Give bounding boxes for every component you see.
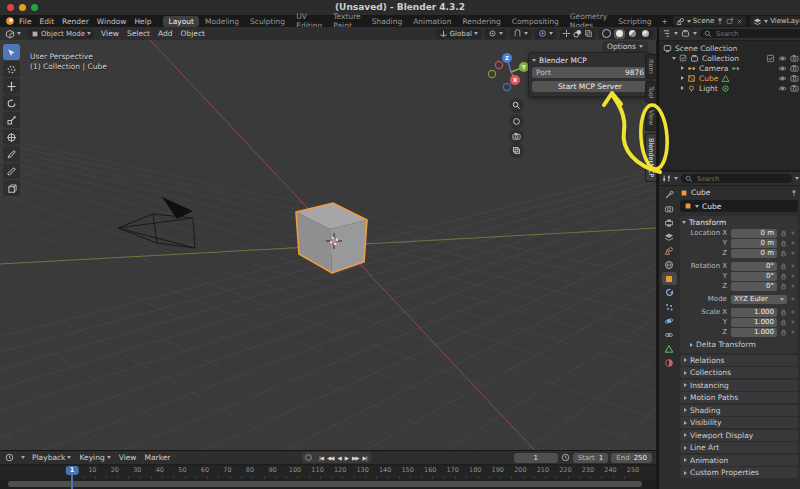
workspace-tab-shading[interactable]: Shading xyxy=(367,16,407,27)
hide-toggle-icon[interactable] xyxy=(778,54,787,63)
value-field[interactable]: 1.000 xyxy=(731,328,777,337)
properties-tab-world[interactable] xyxy=(662,258,677,271)
animate-dot-icon[interactable] xyxy=(790,319,796,325)
nav-toggle-perspective-button[interactable] xyxy=(509,143,524,158)
properties-tab-scene[interactable] xyxy=(662,244,677,257)
snap-toggle[interactable] xyxy=(510,29,531,39)
outliner-display-mode-icon[interactable] xyxy=(681,29,690,38)
outliner-editor-icon[interactable] xyxy=(662,29,671,38)
sidebar-tab-view[interactable]: View xyxy=(645,105,656,130)
hide-toggle-icon[interactable] xyxy=(778,64,787,73)
value-field[interactable]: 0° xyxy=(731,262,777,271)
properties-tab-material[interactable] xyxy=(662,356,677,369)
properties-search[interactable] xyxy=(681,174,792,183)
outliner-row-collection[interactable]: Collection xyxy=(659,53,800,63)
shading-rendered-icon[interactable] xyxy=(640,29,651,39)
properties-tab-modifiers[interactable] xyxy=(662,286,677,299)
blender-logo-icon[interactable] xyxy=(5,16,15,26)
lock-icon[interactable] xyxy=(780,273,787,280)
tool-add-cube-button[interactable] xyxy=(3,180,20,196)
viewport-menu-select[interactable]: Select xyxy=(127,29,150,38)
value-field[interactable]: 0 m xyxy=(731,239,777,248)
viewport-menu-add[interactable]: Add xyxy=(158,29,173,38)
collection-checkbox-icon[interactable] xyxy=(679,54,687,62)
hide-toggle-icon[interactable] xyxy=(778,74,787,83)
outliner-search-input[interactable] xyxy=(714,29,799,39)
lock-icon[interactable] xyxy=(780,263,787,270)
panel-relations[interactable]: Relations xyxy=(680,355,798,366)
outliner-search[interactable] xyxy=(700,29,800,38)
tool-scale-button[interactable] xyxy=(3,112,20,128)
viewport-3d[interactable]: Z Y X User Perspective (1) Collection | … xyxy=(0,40,656,450)
animate-dot-icon[interactable] xyxy=(790,296,796,302)
tool-rotate-button[interactable] xyxy=(3,95,20,111)
play-reverse-button[interactable]: ◀ xyxy=(336,455,343,461)
workspace-tab-layout[interactable]: Layout xyxy=(163,16,199,27)
lock-icon[interactable] xyxy=(780,329,787,336)
value-field[interactable]: 0° xyxy=(731,282,777,291)
previous-keyframe-button[interactable]: ◀◀ xyxy=(325,455,335,461)
frame-start-field[interactable]: Start 1 xyxy=(573,453,609,463)
properties-tab-particles[interactable] xyxy=(662,300,677,313)
show-overlays-icon[interactable] xyxy=(573,29,582,38)
preview-range-clock-icon[interactable] xyxy=(561,453,570,462)
properties-tab-physics[interactable] xyxy=(662,314,677,327)
exclude-toggle-icon[interactable] xyxy=(766,54,775,63)
hide-toggle-icon[interactable] xyxy=(778,84,787,93)
workspace-tab-scripting[interactable]: Scripting xyxy=(613,16,656,27)
collapse-icon[interactable] xyxy=(681,86,684,90)
panel-line-art[interactable]: Line Art xyxy=(680,442,798,453)
mcp-panel-header[interactable]: Blender MCP xyxy=(532,55,648,65)
chevron-down-icon[interactable] xyxy=(795,177,799,180)
render-toggle-icon[interactable] xyxy=(790,54,799,63)
panel-visibility[interactable]: Visibility xyxy=(680,417,798,428)
value-field[interactable]: 1.000 xyxy=(731,318,777,327)
mcp-port-field[interactable]: Port 9876 xyxy=(532,67,648,78)
value-field[interactable]: 1.000 xyxy=(731,308,777,317)
value-field[interactable]: 0 m xyxy=(731,229,777,238)
properties-tab-view-layer[interactable] xyxy=(662,230,677,243)
jump-to-start-button[interactable]: |◀ xyxy=(317,455,325,461)
outliner-row-scene-collection[interactable]: Scene Collection xyxy=(659,43,800,53)
viewlayer-selector[interactable]: ViewLayer xyxy=(750,16,800,26)
outliner-row-light[interactable]: Light xyxy=(659,83,800,93)
shading-solid-icon[interactable] xyxy=(614,29,625,39)
lock-icon[interactable] xyxy=(780,240,787,247)
menu-render[interactable]: Render xyxy=(58,17,93,26)
animate-dot-icon[interactable] xyxy=(790,250,796,256)
transform-panel-header[interactable]: Transform xyxy=(682,217,796,228)
value-field[interactable]: 0° xyxy=(731,272,777,281)
horizontal-scrollbar[interactable] xyxy=(8,481,642,487)
timeline-menu-marker[interactable]: Marker xyxy=(144,453,170,462)
animate-dot-icon[interactable] xyxy=(790,273,796,279)
lock-icon[interactable] xyxy=(780,250,787,257)
shading-wireframe-icon[interactable] xyxy=(601,29,612,39)
panel-custom-properties[interactable]: Custom Properties xyxy=(680,467,798,478)
tool-annotate-button[interactable] xyxy=(3,146,20,162)
sidebar-tab-item[interactable]: Item xyxy=(645,54,656,79)
show-gizmo-icon[interactable] xyxy=(562,29,571,38)
render-toggle-icon[interactable] xyxy=(790,84,799,93)
animate-dot-icon[interactable] xyxy=(790,240,796,246)
viewport-menu-view[interactable]: View xyxy=(101,29,119,38)
panel-animation[interactable]: Animation xyxy=(680,455,798,466)
lock-icon[interactable] xyxy=(780,319,787,326)
pivot-point-dropdown[interactable] xyxy=(485,29,506,39)
current-frame-field[interactable]: 1 xyxy=(514,453,558,463)
render-toggle-icon[interactable] xyxy=(790,64,799,73)
timeline-menu-keying[interactable]: Keying xyxy=(79,453,110,462)
tool-move-button[interactable] xyxy=(3,78,20,94)
animate-dot-icon[interactable] xyxy=(790,263,796,269)
pin-icon[interactable] xyxy=(790,189,798,197)
menu-window[interactable]: Window xyxy=(93,17,131,26)
workspace-tab-sculpting[interactable]: Sculpting xyxy=(245,16,290,27)
outliner-row-cube[interactable]: Cube xyxy=(659,73,800,83)
frame-end-field[interactable]: End 250 xyxy=(611,453,652,463)
nav-camera-view-button[interactable] xyxy=(509,129,524,144)
start-mcp-server-button[interactable]: Start MCP Server xyxy=(532,81,648,92)
next-keyframe-button[interactable]: ▶▶ xyxy=(350,455,360,461)
proportional-edit-toggle[interactable] xyxy=(535,29,556,39)
timeline-menu-playback[interactable]: Playback xyxy=(32,453,71,462)
close-icon[interactable] xyxy=(736,18,743,25)
tool-cursor-button[interactable] xyxy=(3,61,20,77)
